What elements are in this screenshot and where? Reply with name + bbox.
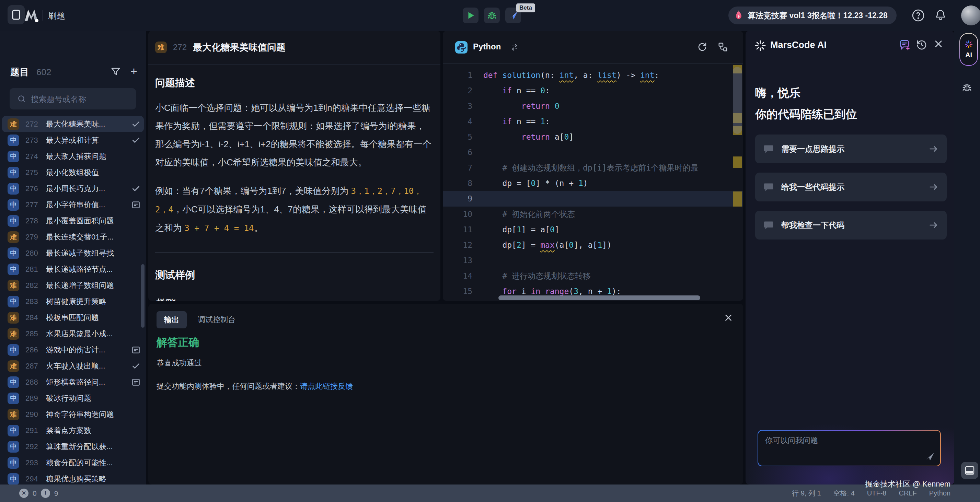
close-output-button[interactable] <box>724 313 733 322</box>
code-line[interactable]: 14 # 进行动态规划状态转移 <box>443 268 743 284</box>
problem-list-item[interactable]: 中288矩形棋盘路径问... <box>0 374 146 390</box>
status-item[interactable]: UTF-8 <box>867 489 887 497</box>
code-line[interactable]: 12 dp[2] = max(a[0], a[1]) <box>443 237 743 253</box>
ai-toggle-button[interactable]: AI <box>959 33 978 66</box>
problem-list-item[interactable]: 难287火车驶入驶出顺... <box>0 358 146 374</box>
contest-banner[interactable]: 算法竞技赛 vol1 3报名啦！12.23 -12.28 <box>729 6 897 24</box>
help-button[interactable] <box>912 9 925 22</box>
code-text: # 初始化前两个状态 <box>483 207 743 222</box>
send-plane-icon <box>924 451 935 462</box>
ai-suggestion-card[interactable]: 帮我检查一下代码 <box>755 211 947 240</box>
problem-title: 糖果优惠购买策略 <box>46 474 131 484</box>
problem-title: 模板串匹配问题 <box>46 313 131 323</box>
status-item[interactable]: 行 9, 列 1 <box>792 489 821 498</box>
problem-list: 难272最大化糖果美味...中273最大异或和计算中274最大敌人捕获问题中27… <box>0 116 146 502</box>
reset-code-button[interactable] <box>697 42 708 52</box>
problem-list-item[interactable]: 难285水果店果篮最小成... <box>0 326 146 342</box>
code-line[interactable]: 4 if n == 1: <box>443 114 743 129</box>
code-text: def solution(n: int, a: list) -> int: <box>483 68 743 83</box>
problem-list-item[interactable]: 中277最小字符串价值... <box>0 197 146 213</box>
play-icon <box>466 11 475 20</box>
problems-indicator[interactable]: ✕ 0 ! 9 <box>19 485 58 502</box>
problem-list-item[interactable]: 中293粮食分配的可能性... <box>0 454 146 471</box>
editor-horizontal-scrollbar[interactable] <box>498 295 700 300</box>
search-input[interactable] <box>30 88 135 110</box>
user-avatar[interactable] <box>961 5 980 25</box>
scrollbar-thumb[interactable] <box>733 67 742 134</box>
difficulty-badge: 中 <box>8 425 19 437</box>
ai-chat-input[interactable] <box>764 435 917 460</box>
solved-check-icon <box>131 120 141 129</box>
status-item[interactable]: Python <box>929 489 950 497</box>
problem-list-item[interactable]: 中275最小化数组极值 <box>0 164 146 181</box>
problem-list-item[interactable]: 中276最小周长巧克力... <box>0 181 146 197</box>
code-line[interactable]: 7 # 创建动态规划数组，dp[i]表示考虑前i个糖果时的最 <box>443 160 743 176</box>
code-line[interactable]: 1def solution(n: int, a: list) -> int: <box>443 68 743 83</box>
sidebar-scrollbar[interactable] <box>141 264 145 328</box>
community-credit: 掘金技术社区 @ Kennem <box>865 479 951 489</box>
feedback-link[interactable]: 请点此链接反馈 <box>300 382 353 391</box>
status-item[interactable]: CRLF <box>899 489 917 497</box>
problem-number: 272 <box>25 120 46 129</box>
notifications-button[interactable] <box>934 9 947 21</box>
code-line[interactable]: 8 dp = [0] * (n + 1) <box>443 176 743 191</box>
ai-suggestion-list: 需要一点思路提示给我一些代码提示帮我检查一下代码 <box>755 135 947 240</box>
tab-output[interactable]: 输出 <box>156 311 187 328</box>
problem-list-item[interactable]: 难272最大化糖果美味... <box>2 116 144 132</box>
language-switch-button[interactable] <box>510 43 519 51</box>
problem-list-item[interactable]: 中289破冰行动问题 <box>0 390 146 406</box>
flowchart-button[interactable] <box>718 42 728 52</box>
code-area[interactable]: 1def solution(n: int, a: list) -> int:2 … <box>443 64 743 301</box>
problem-list-item[interactable]: 中283树苗健康提升策略 <box>0 293 146 310</box>
problem-list-item[interactable]: 难284模板串匹配问题 <box>0 310 146 326</box>
text-segment: 小C面临一个选择问题：她可以从编号为1到n的糖果中任意选择一些糖果作为奖励，但需… <box>155 103 431 167</box>
problem-list-item[interactable]: 中274最大敌人捕获问题 <box>0 148 146 164</box>
difficulty-badge: 难 <box>155 41 167 53</box>
run-button[interactable] <box>463 8 479 23</box>
debug-button[interactable] <box>484 8 500 23</box>
code-line[interactable]: 13 <box>443 253 743 268</box>
close-ai-panel-button[interactable] <box>934 39 943 49</box>
status-bar: ✕ 0 ! 9 行 9, 列 1空格: 4UTF-8CRLFPython <box>0 485 980 502</box>
problem-list-item[interactable]: 中281最长递减路径节点... <box>0 261 146 277</box>
problem-list-item[interactable]: 难290神奇字符串构造问题 <box>0 406 146 423</box>
problem-list-item[interactable]: 中278最小覆盖圆面积问题 <box>0 213 146 229</box>
send-button[interactable] <box>924 451 935 462</box>
problem-number: 288 <box>25 378 46 387</box>
code-line[interactable]: 6 <box>443 145 743 160</box>
problem-list-item[interactable]: 中280最长递减子数组寻找 <box>0 245 146 261</box>
code-line-current[interactable]: 9 <box>443 191 743 207</box>
editor-vertical-scrollbar[interactable] <box>733 64 742 301</box>
history-button[interactable] <box>916 39 928 51</box>
problem-list-item[interactable]: 中273最大异或和计算 <box>0 132 146 148</box>
difficulty-badge: 中 <box>8 183 19 195</box>
problem-number: 278 <box>25 216 46 226</box>
status-item[interactable]: 空格: 4 <box>834 489 855 498</box>
code-line[interactable]: 5 return a[0] <box>443 129 743 145</box>
code-line[interactable]: 3 return 0 <box>443 98 743 114</box>
code-text: # 创建动态规划数组，dp[i]表示考虑前i个糖果时的最 <box>483 160 743 176</box>
code-line[interactable]: 11 dp[1] = a[0] <box>443 222 743 237</box>
code-line[interactable]: 10 # 初始化前两个状态 <box>443 207 743 222</box>
debug-panel-button[interactable] <box>962 83 972 93</box>
ai-suggestion-card[interactable]: 给我一些代码提示 <box>755 173 947 202</box>
add-problem-button[interactable]: + <box>130 65 137 77</box>
difficulty-badge: 中 <box>8 135 19 146</box>
problem-number: 283 <box>25 297 46 306</box>
warning-icon: ! <box>41 489 50 498</box>
tab-debug-console[interactable]: 调试控制台 <box>196 314 237 325</box>
problem-list-item[interactable]: 中292算珠重新分配以获... <box>0 438 146 454</box>
problem-list-item[interactable]: 难279最长连续交替01子... <box>0 229 146 245</box>
warning-mark <box>733 191 742 207</box>
sidebar-toggle-button[interactable] <box>8 5 25 24</box>
ai-suggestion-card[interactable]: 需要一点思路提示 <box>755 135 947 163</box>
new-chat-button[interactable] <box>899 39 910 51</box>
code-line[interactable]: 2 if n == 0: <box>443 83 743 98</box>
problem-list-item[interactable]: 难282最长递增子数组问题 <box>0 277 146 293</box>
problem-list-item[interactable]: 中286游戏中的伤害计... <box>0 342 146 358</box>
bottom-panel-toggle-button[interactable] <box>961 462 978 479</box>
problem-list-item[interactable]: 中291禁着点方案数 <box>0 423 146 438</box>
line-number: 6 <box>443 145 483 160</box>
marscode-logo-icon[interactable] <box>23 8 39 23</box>
filter-button[interactable] <box>111 67 121 77</box>
